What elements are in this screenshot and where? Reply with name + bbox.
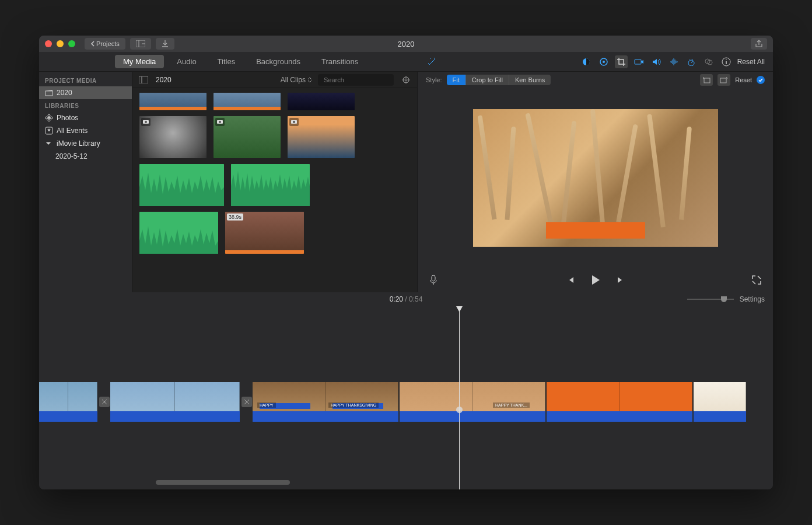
timeline-clip[interactable] [694,382,746,422]
voiceover-button[interactable] [429,275,438,285]
timeline-clip[interactable]: HAPPY THANK... [400,382,545,422]
tab-transitions[interactable]: Transitions [313,55,366,68]
transition[interactable] [99,382,110,422]
browser-filter-dropdown[interactable]: All Clips [281,76,312,84]
volume-button[interactable] [650,55,663,68]
tab-titles[interactable]: Titles [209,55,244,68]
media-clip[interactable] [214,93,281,110]
all-events-label: All Events [57,127,88,135]
seg-fit[interactable]: Fit [447,75,466,85]
info-button[interactable] [720,55,733,68]
timeline-clip[interactable] [110,382,240,422]
svg-point-19 [219,121,221,123]
star-icon [45,127,53,135]
viewer-style-bar: Style: Fit Crop to Fill Ken Burns Reset [418,72,773,88]
svg-rect-25 [635,60,641,64]
color-balance-button[interactable] [580,55,593,68]
rotate-cw-button[interactable] [718,74,730,86]
project-media-header: PROJECT MEDIA [39,74,132,86]
speed-button[interactable] [685,55,698,68]
timeline-settings-button[interactable]: Settings [740,295,765,303]
title-overlay [546,222,645,239]
media-clip[interactable] [139,116,206,158]
transition[interactable] [241,382,253,422]
sidebar-current-project[interactable]: 2020 [39,86,132,99]
enhance-wand-button[interactable] [426,55,439,68]
fullscreen-button[interactable] [752,275,761,285]
reset-all-button[interactable]: Reset All [737,58,765,66]
view-mode-button[interactable] [130,38,151,50]
camera-icon [141,118,150,126]
media-clip[interactable] [288,116,355,158]
search-input[interactable] [324,76,404,83]
reset-crop-button[interactable]: Reset [735,76,752,83]
clip-filter-button[interactable] [702,55,715,68]
timeline-clip[interactable] [547,382,692,422]
download-icon [162,40,169,47]
sidebar-imovie-library[interactable]: iMovie Library [39,137,132,150]
stabilization-button[interactable] [632,55,645,68]
imovie-library-label: iMovie Library [57,139,100,148]
crop-button[interactable] [615,55,628,68]
svg-point-17 [145,121,147,123]
noise-reduction-button[interactable] [667,55,680,68]
disclosure-triangle-icon [45,141,53,146]
layout-icon [136,40,145,47]
svg-point-24 [603,61,605,63]
zoom-window[interactable] [68,40,75,47]
sidebar-photos[interactable]: Photos [39,111,132,124]
play-button[interactable] [591,275,600,285]
tab-backgrounds[interactable]: Backgrounds [248,55,309,68]
playhead[interactable] [459,306,460,489]
viewer-video[interactable] [418,88,773,268]
svg-rect-10 [139,76,148,83]
timeline-clip[interactable] [39,382,97,422]
window-traffic-lights [45,40,75,47]
sidebar-toggle-button[interactable] [137,74,150,86]
rotate-ccw-button[interactable] [700,74,713,86]
svg-rect-3 [46,91,52,96]
search-field[interactable] [318,74,394,86]
audio-clip[interactable] [139,164,224,206]
timeline-clip[interactable]: HAPPY HAPPY THANKSGIVING [253,382,398,422]
tab-audio[interactable]: Audio [169,55,204,68]
sidebar-all-events[interactable]: All Events [39,124,132,137]
media-clip[interactable] [214,116,281,158]
horizontal-scrollbar[interactable] [156,480,290,485]
seg-ken-burns[interactable]: Ken Burns [509,75,551,85]
audio-clip[interactable] [139,212,218,254]
seg-crop-to-fill[interactable]: Crop to Fill [466,75,509,85]
browser-grid[interactable]: 38.9s [132,88,417,292]
media-clip[interactable] [288,93,355,110]
share-button[interactable] [751,38,767,50]
share-icon [755,40,762,48]
projects-back-button[interactable]: Projects [85,38,125,50]
minimize-window[interactable] [57,40,64,47]
audio-clip[interactable] [231,164,310,206]
timecode: 0:20 / 0:54 [390,295,423,303]
browser-settings-button[interactable] [400,74,412,86]
sidebar: PROJECT MEDIA 2020 LIBRARIES Photos All … [39,72,132,292]
close-window[interactable] [45,40,52,47]
svg-rect-32 [432,275,435,281]
viewer-tools: Reset All [418,52,773,72]
titlebar: Projects 2020 [39,36,773,52]
next-frame-button[interactable] [617,276,625,284]
media-clip[interactable]: 38.9s [225,212,304,254]
svg-point-4 [48,117,50,119]
timeline[interactable]: HAPPY HAPPY THANKSGIVING HAPPY THANK... [39,306,773,489]
import-button[interactable] [156,38,174,50]
prev-frame-button[interactable] [566,276,575,284]
filter-label: All Clips [281,76,306,84]
zoom-slider[interactable] [687,299,734,300]
apply-crop-button[interactable] [757,76,765,84]
camera-icon [215,118,225,126]
tab-my-media[interactable]: My Media [115,55,164,68]
color-correction-button[interactable] [597,55,610,68]
sidebar-event[interactable]: 2020-5-12 [39,150,132,163]
svg-point-15 [405,79,407,81]
media-clip[interactable] [139,93,206,110]
svg-point-5 [48,114,50,117]
svg-point-8 [46,117,48,119]
chevron-up-down-icon [307,77,312,83]
